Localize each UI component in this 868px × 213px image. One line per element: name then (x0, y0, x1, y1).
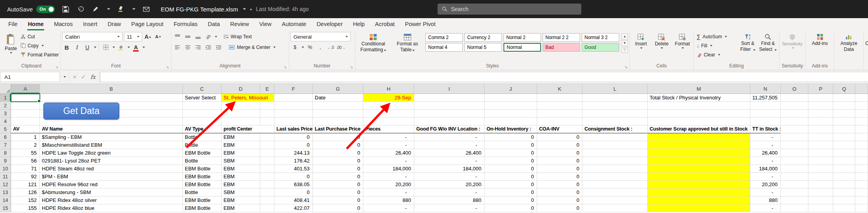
style-chip-good[interactable]: Good (582, 43, 619, 52)
cell-B1[interactable] (40, 94, 183, 102)
cell-E14[interactable] (260, 196, 274, 204)
copy-button[interactable]: Copy (19, 41, 60, 50)
cell-G2[interactable] (313, 102, 363, 110)
cell-K11[interactable]: 0 (537, 173, 582, 181)
cell-I6[interactable]: - (414, 133, 485, 141)
cell-H6[interactable]: - (363, 133, 414, 141)
cell-N12[interactable]: 20,200 (750, 181, 781, 189)
column-header-A[interactable]: A (11, 84, 40, 93)
styles-dialog-launcher[interactable]: ↘ (624, 65, 628, 69)
cell-H5[interactable]: Pieces (363, 125, 414, 133)
cell-L14[interactable] (582, 196, 648, 204)
comma-format-button[interactable]: , (316, 43, 325, 52)
search-input[interactable]: Search (438, 4, 581, 15)
cell-C11[interactable]: EBM Bottle (183, 173, 222, 181)
style-chip-normal-4[interactable]: Normal 4 (425, 43, 463, 52)
cell-D4[interactable] (222, 118, 260, 125)
cell-O9[interactable] (781, 157, 808, 165)
column-header-N[interactable]: N (750, 84, 781, 93)
cell-B8[interactable]: HDPE Law Toggle 28oz green (40, 149, 183, 157)
cell-K13[interactable]: 0 (537, 189, 582, 196)
autosum-button[interactable]: ∑AutoSum (695, 32, 737, 41)
row-header-13[interactable]: 13 (0, 189, 11, 196)
row-header-7[interactable]: 7 (0, 141, 11, 149)
cell-C12[interactable]: EBM Bottle (183, 181, 222, 189)
row-header-12[interactable]: 12 (0, 181, 11, 189)
cell-O11[interactable] (781, 173, 808, 181)
cell-H11[interactable]: - (363, 173, 414, 181)
cell-I5[interactable]: Good FG W/o INV Location : (414, 125, 485, 133)
cell-O3[interactable] (781, 110, 808, 118)
cell-L15[interactable] (582, 204, 648, 212)
highlighter-caret-icon[interactable] (132, 8, 135, 10)
align-center-icon[interactable] (183, 43, 192, 52)
cell-P12[interactable] (808, 181, 833, 189)
conditional-formatting-button[interactable]: Conditional Formatting (357, 32, 390, 52)
cell-D5[interactable]: profit Center (222, 125, 274, 133)
menu-tab-home[interactable]: Home (23, 18, 49, 30)
cell-B7[interactable]: $Maschinenstillstand EBM (40, 141, 183, 149)
percent-format-button[interactable]: % (306, 43, 314, 52)
sensitivity-button[interactable]: Sensitivity (781, 32, 804, 49)
cell-I11[interactable]: - (414, 173, 485, 181)
cell-I14[interactable]: 880 (414, 196, 485, 204)
cell-Q11[interactable] (833, 173, 855, 181)
cell-M5[interactable]: Customer Scrap approved but still in Sto… (648, 125, 750, 133)
column-header-O[interactable]: O (781, 84, 808, 93)
cell-Q4[interactable] (833, 118, 855, 125)
cell-F7[interactable]: 0 (274, 141, 313, 149)
cell-C13[interactable]: Bottle (183, 189, 222, 196)
cell-E9[interactable] (260, 157, 274, 165)
cell-G3[interactable] (313, 110, 363, 118)
cell-G10[interactable]: 0 (313, 165, 363, 173)
menu-tab-acrobat[interactable]: Acrobat (370, 18, 400, 30)
cell-J11[interactable]: 0 (485, 173, 537, 181)
decrease-decimal-button[interactable]: .00→ (336, 43, 345, 52)
cell-G4[interactable] (313, 118, 363, 125)
merge-center-button[interactable]: Merge & Center (227, 43, 277, 52)
cell-L11[interactable] (582, 173, 648, 181)
cell-I8[interactable]: 26,400 (414, 149, 485, 157)
cell-J3[interactable] (485, 110, 537, 118)
cell-H2[interactable] (363, 102, 414, 110)
cell-Q3[interactable] (833, 110, 855, 118)
cell-O2[interactable] (781, 102, 808, 110)
menu-tab-macros[interactable]: Macros (49, 18, 78, 30)
cell-D10[interactable]: EBM (222, 165, 260, 173)
autosave-control[interactable]: AutoSave On (7, 6, 55, 13)
cell-Q1[interactable] (833, 94, 855, 102)
cell-Q5[interactable] (833, 125, 855, 133)
cell-E2[interactable] (260, 102, 274, 110)
insert-cells-button[interactable]: Insert (631, 32, 650, 49)
save-icon[interactable] (61, 5, 70, 13)
menu-tab-power-pivot[interactable]: Power Pivot (400, 18, 441, 30)
cell-G14[interactable]: 0 (313, 196, 363, 204)
column-header-L[interactable]: L (582, 84, 648, 93)
cell-N15[interactable]: - (750, 204, 781, 212)
cell-Q15[interactable] (833, 204, 855, 212)
cut-button[interactable]: Cut (19, 32, 60, 41)
styles-scroll-down-icon[interactable]: ▼ (622, 40, 628, 46)
column-header-H[interactable]: H (363, 84, 414, 93)
cell-I10[interactable]: 184,000 (414, 165, 485, 173)
cell-L10[interactable] (582, 165, 648, 173)
clear-button[interactable]: Clear (695, 50, 737, 59)
cell-A4[interactable] (11, 118, 40, 125)
styles-scroll-up-icon[interactable]: ▲ (622, 34, 628, 39)
cell-I7[interactable]: - (414, 141, 485, 149)
cell-P4[interactable] (808, 118, 833, 125)
cell-F3[interactable] (274, 110, 313, 118)
column-header-Q[interactable]: Q (833, 84, 855, 93)
cell-E6[interactable] (260, 133, 274, 141)
cell-P3[interactable] (808, 110, 833, 118)
cell-B12[interactable]: HDPE Resolve 96oz red (40, 181, 183, 189)
style-chip-normal-5[interactable]: Normal 5 (464, 43, 502, 52)
cell-B10[interactable]: HDPE Steam 48oz red (40, 165, 183, 173)
cell-E7[interactable] (260, 141, 274, 149)
cell-M1[interactable]: Total Stock / Physical Invenotry (648, 94, 750, 102)
cell-O6[interactable] (781, 133, 808, 141)
style-chip-bad[interactable]: Bad (543, 43, 580, 52)
cell-Q2[interactable] (833, 102, 855, 110)
cell-F6[interactable]: 0 (274, 133, 313, 141)
menu-tab-help[interactable]: Help (348, 18, 370, 30)
